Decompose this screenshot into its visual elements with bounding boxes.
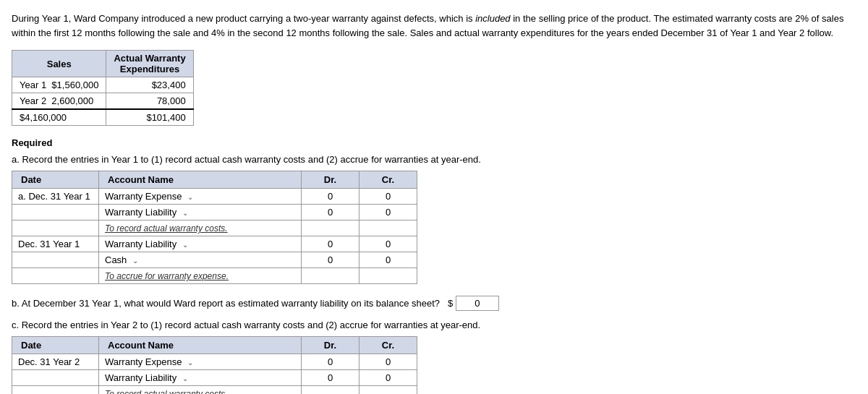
entry2-date: Dec. 31 Year 1 (12, 236, 99, 252)
warranty-expense-select-c[interactable]: Warranty Expense ⌄ (99, 354, 302, 370)
year2-label: Year 2 2,600,000 (12, 93, 106, 110)
c-date-header: Date (12, 337, 99, 354)
table-row: Warranty Liability ⌄ 0 0 (12, 370, 417, 386)
note2-dr (302, 268, 359, 284)
note-cr (359, 220, 417, 236)
entry3-row2-dr: 0 (302, 370, 359, 386)
warranty-liability-select[interactable]: Warranty Liability ⌄ (99, 205, 302, 220)
year1-expenditures: $23,400 (106, 77, 193, 93)
note2-cr (359, 268, 417, 284)
note-record-actual: To record actual warranty costs. (99, 220, 302, 236)
note-accrue: To accrue for warranty expense. (99, 268, 302, 284)
entry3-row1-dr: 0 (302, 354, 359, 370)
section-c-table: Date Account Name Dr. Cr. Dec. 31 Year 2… (12, 336, 417, 394)
date-header: Date (12, 171, 99, 189)
total-expenditures: $101,400 (106, 109, 193, 126)
cr-header: Cr. (359, 171, 417, 189)
empty-date (12, 205, 99, 220)
total-row: $4,160,000 $101,400 (12, 109, 194, 126)
table-row: To record actual warranty costs. (12, 386, 417, 395)
empty-date (12, 370, 99, 386)
empty-date (12, 386, 99, 395)
table-row: To accrue for warranty expense. (12, 268, 417, 284)
total-sales: $4,160,000 (12, 109, 106, 126)
account-header: Account Name (99, 171, 302, 189)
year2-expenditures: 78,000 (106, 93, 193, 110)
cash-select[interactable]: Cash ⌄ (99, 252, 302, 268)
c-account-header: Account Name (99, 337, 302, 354)
empty-date (12, 268, 99, 284)
note-record-actual-c: To record actual warranty costs. (99, 386, 302, 395)
expenditures-col-header: Actual WarrantyExpenditures (106, 51, 193, 77)
table-row: To record actual warranty costs. (12, 220, 417, 236)
empty-date (12, 220, 99, 236)
entry3-date: Dec. 31 Year 2 (12, 354, 99, 370)
section-c-label: c. Record the entries in Year 2 to (1) r… (12, 320, 856, 330)
section-b-label: b. At December 31 Year 1, what would War… (12, 296, 856, 311)
table-row: Dec. 31 Year 2 Warranty Expense ⌄ 0 0 (12, 354, 417, 370)
table-row: a. Dec. 31 Year 1 Warranty Expense ⌄ 0 0 (12, 189, 417, 205)
entry1-row2-dr: 0 (302, 205, 359, 220)
entry2-row2-dr: 0 (302, 252, 359, 268)
warranty-liability-select-c[interactable]: Warranty Liability ⌄ (99, 370, 302, 386)
table-row: Year 1 $1,560,000 $23,400 (12, 77, 194, 93)
entry2-row2-cr: 0 (359, 252, 417, 268)
c-cr-header: Cr. (359, 337, 417, 354)
note3-cr (359, 386, 417, 395)
table-row: Warranty Liability ⌄ 0 0 (12, 205, 417, 220)
table-row: Dec. 31 Year 1 Warranty Liability ⌄ 0 0 (12, 236, 417, 252)
entry1-date: a. Dec. 31 Year 1 (12, 189, 99, 205)
entry1-row2-cr: 0 (359, 205, 417, 220)
note3-dr (302, 386, 359, 395)
sales-col-header: Sales (12, 51, 106, 77)
year1-label: Year 1 $1,560,000 (12, 77, 106, 93)
section-a-label: a. Record the entries in Year 1 to (1) r… (12, 154, 856, 165)
entry3-row1-cr: 0 (359, 354, 417, 370)
entry1-row1-cr: 0 (359, 189, 417, 205)
required-label: Required (12, 137, 856, 148)
entry3-row2-cr: 0 (359, 370, 417, 386)
entry2-row1-cr: 0 (359, 236, 417, 252)
entry1-row1-dr: 0 (302, 189, 359, 205)
sales-table: Sales Actual WarrantyExpenditures Year 1… (12, 50, 194, 126)
intro-paragraph: During Year 1, Ward Company introduced a… (12, 12, 851, 40)
note-dr (302, 220, 359, 236)
empty-date (12, 252, 99, 268)
balance-value[interactable]: 0 (456, 296, 499, 311)
dr-header: Dr. (302, 171, 359, 189)
warranty-liability-select2[interactable]: Warranty Liability ⌄ (99, 236, 302, 252)
c-dr-header: Dr. (302, 337, 359, 354)
entry2-row1-dr: 0 (302, 236, 359, 252)
table-row: Year 2 2,600,000 78,000 (12, 93, 194, 110)
balance-dollar: $ (448, 298, 453, 309)
warranty-expense-select[interactable]: Warranty Expense ⌄ (99, 189, 302, 205)
section-a-table: Date Account Name Dr. Cr. a. Dec. 31 Yea… (12, 171, 417, 284)
table-row: Cash ⌄ 0 0 (12, 252, 417, 268)
